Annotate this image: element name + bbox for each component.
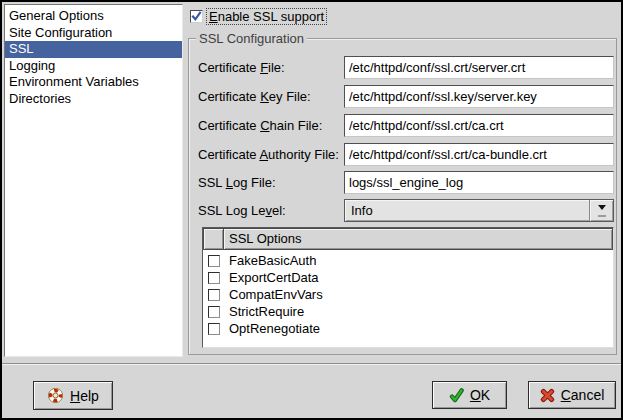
- help-button[interactable]: Help: [33, 381, 113, 410]
- cancel-button[interactable]: Cancel: [528, 381, 616, 409]
- optrenegotiate-checkbox[interactable]: [208, 323, 220, 335]
- table-row[interactable]: ExportCertData: [203, 269, 613, 286]
- blue-check-icon: [191, 11, 202, 22]
- sidebar-item-general-options[interactable]: General Options: [5, 8, 182, 25]
- help-button-label: Help: [70, 388, 99, 404]
- ssl-options-header[interactable]: SSL Options: [223, 228, 613, 250]
- ssl-log-level-row: SSL Log Level: Info: [189, 199, 616, 222]
- ssl-configuration-frame: SSL Configuration Certificate File: Cert…: [188, 38, 617, 355]
- ssl-options-table: SSL Options FakeBasicAuth ExportCertData…: [202, 227, 614, 348]
- table-row[interactable]: FakeBasicAuth: [203, 252, 613, 269]
- certificate-authority-file-row: Certificate Authority File:: [189, 143, 616, 166]
- ssl-options-header-row: SSL Options: [203, 228, 613, 250]
- ssl-config-dialog: General Options Site Configuration SSL L…: [0, 0, 623, 420]
- ssl-log-level-label: SSL Log Level:: [198, 199, 286, 222]
- strictrequire-label: StrictRequire: [229, 303, 304, 320]
- frame-title: SSL Configuration: [196, 31, 307, 46]
- strictrequire-checkbox[interactable]: [208, 306, 220, 318]
- ssl-options-header-checkbox-col[interactable]: [203, 228, 224, 250]
- x-icon: [540, 388, 555, 403]
- category-list: General Options Site Configuration SSL L…: [4, 4, 183, 357]
- ok-button[interactable]: OK: [432, 381, 507, 409]
- life-ring-icon: [47, 387, 64, 404]
- ssl-log-level-dropdown[interactable]: Info: [344, 199, 614, 222]
- certificate-key-file-input[interactable]: [344, 85, 614, 108]
- certificate-authority-file-input[interactable]: [344, 143, 614, 166]
- check-icon: [449, 388, 464, 403]
- certificate-chain-file-label: Certificate Chain File:: [198, 114, 322, 137]
- table-row[interactable]: OptRenegotiate: [203, 320, 613, 337]
- sidebar-item-ssl[interactable]: SSL: [5, 41, 182, 58]
- footer-separator: [2, 363, 621, 365]
- dropdown-arrow-box: [589, 200, 613, 221]
- ssl-log-file-input[interactable]: [344, 171, 614, 194]
- ssl-log-level-value: Info: [345, 200, 589, 221]
- chevron-down-icon: [598, 205, 606, 214]
- compatenvvars-checkbox[interactable]: [208, 289, 220, 301]
- certificate-key-file-row: Certificate Key File:: [189, 85, 616, 108]
- exportcertdata-checkbox[interactable]: [208, 272, 220, 284]
- ssl-log-file-label: SSL Log File:: [198, 171, 276, 194]
- exportcertdata-label: ExportCertData: [229, 269, 319, 286]
- enable-ssl-row: Enable SSL support: [190, 8, 327, 25]
- sidebar-item-directories[interactable]: Directories: [5, 91, 182, 108]
- table-row[interactable]: StrictRequire: [203, 303, 613, 320]
- ok-button-label: OK: [470, 387, 490, 403]
- certificate-authority-file-label: Certificate Authority File:: [198, 143, 339, 166]
- certificate-chain-file-row: Certificate Chain File:: [189, 114, 616, 137]
- fakebasicauth-label: FakeBasicAuth: [229, 252, 316, 269]
- fakebasicauth-checkbox[interactable]: [208, 255, 220, 267]
- cancel-button-label: Cancel: [561, 387, 605, 403]
- certificate-file-input[interactable]: [344, 56, 614, 79]
- certificate-file-row: Certificate File:: [189, 56, 616, 79]
- optrenegotiate-label: OptRenegotiate: [229, 320, 320, 337]
- certificate-key-file-label: Certificate Key File:: [198, 85, 311, 108]
- enable-ssl-checkbox[interactable]: [190, 10, 203, 23]
- compatenvvars-label: CompatEnvVars: [229, 286, 323, 303]
- ssl-options-body: FakeBasicAuth ExportCertData CompatEnvVa…: [203, 250, 613, 337]
- ssl-log-file-row: SSL Log File:: [189, 171, 616, 194]
- certificate-file-label: Certificate File:: [198, 56, 285, 79]
- sidebar-item-site-configuration[interactable]: Site Configuration: [5, 25, 182, 42]
- sidebar-item-logging[interactable]: Logging: [5, 58, 182, 75]
- certificate-chain-file-input[interactable]: [344, 114, 614, 137]
- table-row[interactable]: CompatEnvVars: [203, 286, 613, 303]
- enable-ssl-label[interactable]: Enable SSL support: [206, 8, 327, 25]
- sidebar-item-environment-variables[interactable]: Environment Variables: [5, 74, 182, 91]
- dropdown-arrow-bar: [598, 215, 606, 217]
